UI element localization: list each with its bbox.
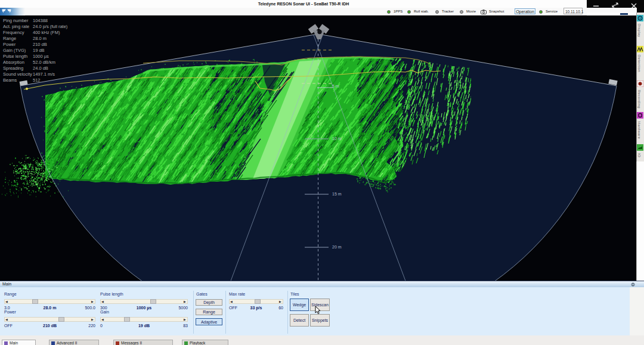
svg-text:15 m: 15 m (332, 192, 342, 196)
svg-text:5 m: 5 m (332, 84, 339, 88)
svg-text:10 m: 10 m (332, 136, 342, 141)
svg-text:20 m: 20 m (332, 245, 342, 249)
